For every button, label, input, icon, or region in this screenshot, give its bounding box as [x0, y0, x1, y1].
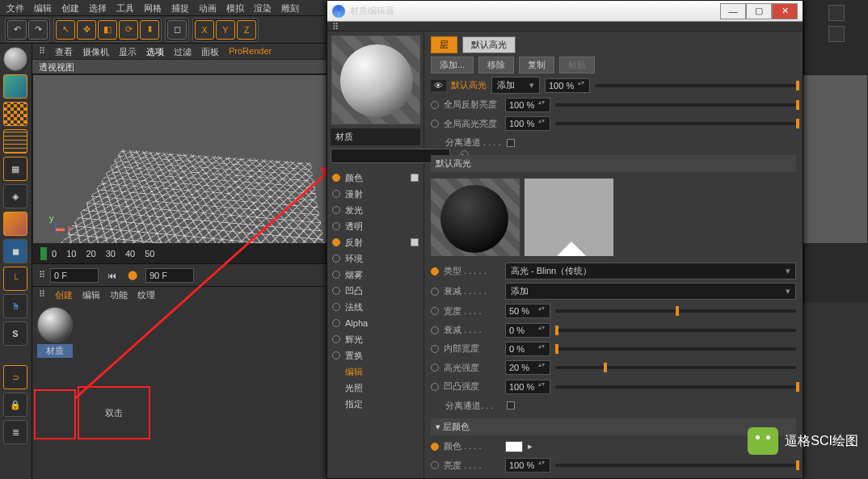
tab-layer[interactable]: 层 [431, 36, 457, 53]
vp-display[interactable]: 显示 [119, 46, 137, 57]
scale-tool[interactable]: ⟳ [119, 20, 138, 40]
dialog-titlebar[interactable]: 材质编辑器 — ▢ ✕ [327, 1, 803, 22]
menu-sim[interactable]: 模拟 [226, 2, 244, 13]
lock-tool[interactable]: 🔒 [3, 393, 27, 417]
bright-input[interactable]: 100 %▴▾ [505, 458, 550, 473]
atten-dropdown[interactable]: 添加 [505, 283, 796, 300]
corner-tool[interactable]: └ [3, 267, 27, 291]
channel-displacement[interactable]: 置换 [332, 347, 419, 363]
blend-dropdown[interactable]: 添加 [491, 77, 540, 94]
menu-edit[interactable]: 编辑 [34, 2, 52, 13]
color-swatch[interactable] [505, 441, 523, 452]
menu-file[interactable]: 文件 [6, 2, 24, 13]
channel-bump[interactable]: 凹凸 [332, 283, 419, 299]
mat-texture[interactable]: 纹理 [137, 289, 155, 300]
tab-default-spec[interactable]: 默认高光 [462, 36, 516, 53]
mat-edit[interactable]: 编辑 [82, 289, 100, 300]
color-picker-arrow-icon[interactable]: ▸ [528, 441, 533, 452]
undo-button[interactable]: ↶ [7, 20, 27, 40]
menu-render[interactable]: 渲染 [254, 2, 272, 13]
redo-button[interactable]: ↷ [28, 20, 48, 40]
falloff-input[interactable]: 0 %▴▾ [505, 323, 550, 338]
menu-select[interactable]: 选择 [89, 2, 107, 13]
add-button[interactable]: 添加... [431, 57, 474, 74]
time-cursor[interactable] [40, 247, 47, 260]
axis-z-button[interactable]: Z [237, 20, 256, 40]
poly-tool[interactable]: ◈ [3, 184, 27, 208]
vp-panel[interactable]: 面板 [201, 46, 219, 57]
spec-str-slider[interactable] [555, 366, 796, 369]
vp-filter[interactable]: 过滤 [174, 46, 192, 57]
axis-y-button[interactable]: Y [216, 20, 235, 40]
cube-tool[interactable] [3, 74, 27, 99]
global-spec-input[interactable]: 100 %▴▾ [505, 116, 550, 131]
shape-tool[interactable]: ◼ [3, 239, 27, 263]
channel-extra-edit[interactable]: 编辑 [332, 363, 419, 380]
move-tool[interactable]: ✥ [77, 20, 96, 40]
remove-button[interactable]: 移除 [478, 57, 514, 74]
start-frame-input[interactable] [50, 268, 99, 283]
end-frame-input[interactable] [145, 268, 194, 283]
magnet-tool[interactable]: ⊃ [3, 365, 27, 389]
section-layer-color[interactable]: ▾ 层颜色 [431, 418, 796, 435]
vp-pro[interactable]: ProRender [229, 46, 272, 57]
channel-transparency[interactable]: 透明 [332, 218, 419, 234]
checker-tool[interactable] [3, 102, 27, 126]
close-button[interactable]: ✕ [772, 3, 798, 19]
goto-start-button[interactable]: ⏮ [103, 267, 120, 284]
right-icon[interactable] [828, 5, 845, 21]
mouse-icon[interactable]: 🖱 [3, 294, 27, 318]
solid-cube-tool[interactable] [3, 212, 27, 236]
channel-color[interactable]: 颜色 [332, 170, 419, 186]
bump-str-input[interactable]: 100 %▴▾ [505, 380, 550, 394]
minimize-button[interactable]: — [720, 3, 746, 19]
vp-view[interactable]: 查看 [55, 46, 73, 57]
channel-fog[interactable]: 烟雾 [332, 267, 419, 283]
dialog-drag-strip[interactable]: ⠿ [327, 22, 803, 32]
menu-capture[interactable]: 捕捉 [171, 2, 189, 13]
inner-slider[interactable] [555, 347, 796, 351]
channel-glow[interactable]: 辉光 [332, 331, 419, 347]
width-input[interactable]: 50 %▴▾ [505, 304, 550, 318]
global-spec-slider[interactable] [555, 122, 796, 125]
rotate-tool[interactable]: ◧ [98, 20, 117, 40]
spec-str-input[interactable]: 20 %▴▾ [505, 360, 550, 375]
menu-mesh[interactable]: 网格 [144, 2, 162, 13]
menu-tool[interactable]: 工具 [116, 2, 134, 13]
axis-x-button[interactable]: X [195, 20, 214, 40]
channel-reflectance[interactable]: 反射 [332, 234, 419, 250]
maximize-button[interactable]: ▢ [746, 3, 772, 19]
combo-tool[interactable]: ⬍ [140, 20, 159, 40]
menu-anim[interactable]: 动画 [199, 2, 217, 13]
bump-str-slider[interactable] [555, 385, 796, 389]
s-tool[interactable]: S [3, 321, 27, 346]
falloff-slider[interactable] [555, 329, 796, 332]
right-icon[interactable] [828, 26, 845, 42]
channel-diffuse[interactable]: 漫射 [332, 186, 419, 202]
channel-normal[interactable]: 法线 [332, 299, 419, 315]
menu-create[interactable]: 创建 [61, 2, 79, 13]
drag-icon[interactable]: ⠿ [39, 46, 45, 57]
channel-alpha[interactable]: Alpha [332, 315, 419, 331]
spec-pct[interactable]: 100 %▴▾ [545, 78, 590, 93]
channel-luminance[interactable]: 发光 [332, 202, 419, 218]
spec-slider[interactable] [595, 84, 796, 87]
wire-cube-tool[interactable]: ▦ [3, 157, 27, 181]
global-ref-slider[interactable] [555, 103, 796, 107]
layers-tool[interactable]: ≣ [3, 420, 27, 444]
inner-input[interactable]: 0 %▴▾ [505, 342, 550, 356]
grid-tool[interactable] [3, 129, 27, 153]
mat-create[interactable]: 创建 [55, 289, 73, 300]
copy-button[interactable]: 复制 [519, 57, 554, 74]
bright-slider[interactable] [555, 464, 796, 467]
select-tool[interactable]: ↖ [56, 20, 75, 40]
drag-icon[interactable]: ⠿ [39, 270, 45, 280]
menu-sculpt[interactable]: 雕刻 [281, 2, 299, 13]
material-thumbnail[interactable] [37, 307, 73, 342]
sep-chan-checkbox[interactable] [507, 139, 515, 147]
mat-function[interactable]: 功能 [110, 289, 128, 300]
eye-icon[interactable]: 👁 [431, 80, 446, 91]
width-slider[interactable] [555, 309, 796, 313]
vp-camera[interactable]: 摄像机 [82, 46, 109, 57]
channel-extra-assign[interactable]: 指定 [332, 396, 419, 412]
